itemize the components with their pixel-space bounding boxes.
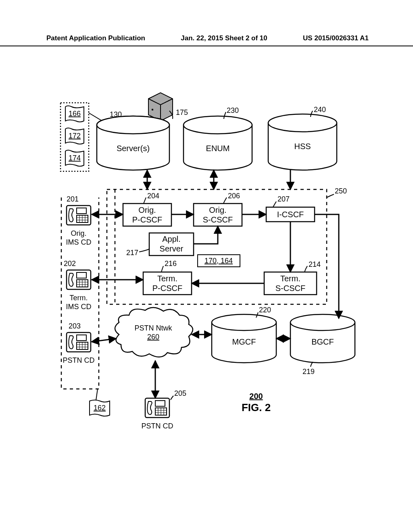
ref-230: 230 [227, 106, 239, 114]
svg-text:P-CSCF: P-CSCF [132, 215, 162, 224]
servers-label: Server(s) [117, 144, 150, 153]
ref-175: 175 [176, 108, 188, 116]
ref-205: 205 [174, 389, 186, 397]
svg-text:Term.: Term. [157, 274, 177, 283]
flag-162: 162 [90, 400, 110, 416]
svg-text:Appl.: Appl. [162, 235, 181, 243]
ref-219: 219 [302, 368, 315, 376]
page: Patent Application Publication Jan. 22, … [0, 0, 413, 532]
diagram: 166 172 174 Serv [44, 81, 359, 443]
ref-162: 162 [94, 404, 106, 412]
bgcf-label: BGCF [311, 337, 334, 346]
ref-217: 217 [126, 249, 138, 257]
svg-rect-46 [155, 401, 165, 406]
orig-imscd-l1: Orig. [71, 229, 86, 237]
pstn-ntwk-label: PSTN Ntwk [134, 324, 172, 332]
enum-label: ENUM [206, 144, 230, 153]
ref-260: 260 [147, 333, 159, 341]
phone-201 [67, 206, 91, 225]
flag-172: 172 [65, 128, 84, 144]
svg-text:Orig.: Orig. [209, 206, 226, 214]
svg-point-6 [268, 114, 337, 132]
flag-174: 174 [65, 150, 84, 166]
ref-203: 203 [69, 322, 81, 330]
hss-cylinder: HSS [268, 114, 337, 170]
pstn-cloud: PSTN Ntwk 260 [115, 308, 193, 357]
svg-line-31 [96, 389, 98, 400]
pstn-cd-205: PSTN CD [141, 422, 173, 430]
svg-text:S-CSCF: S-CSCF [203, 215, 233, 224]
ref-220: 220 [259, 306, 271, 314]
svg-point-4 [97, 116, 169, 134]
bgcf-cylinder: BGCF [290, 314, 355, 363]
enum-cylinder: ENUM [184, 116, 252, 170]
ref-202: 202 [64, 260, 76, 268]
header-center: Jan. 22, 2015 Sheet 2 of 10 [181, 34, 267, 42]
mgcf-label: MGCF [232, 337, 256, 346]
svg-point-44 [290, 314, 355, 330]
svg-rect-8 [77, 208, 86, 214]
ref-240: 240 [314, 106, 326, 114]
fig-title: FIG. 2 [242, 401, 271, 414]
header-right: US 2015/0026331 A1 [303, 34, 369, 42]
ref-174: 174 [69, 154, 81, 162]
ref-206: 206 [228, 192, 240, 200]
header-left: Patent Application Publication [46, 34, 145, 42]
server-icon [148, 93, 173, 121]
phone-203 [67, 332, 91, 352]
servers-cylinder: Server(s) [97, 116, 169, 170]
ref-166: 166 [69, 110, 81, 118]
icscf-label: I-CSCF [277, 210, 304, 219]
svg-point-43 [212, 314, 276, 330]
ref-130: 130 [110, 110, 122, 118]
ref-214: 214 [309, 260, 321, 268]
mgcf-cylinder: MGCF [212, 314, 276, 363]
term-imscd-l2: IMS CD [66, 303, 92, 311]
ref-172: 172 [69, 132, 81, 140]
svg-text:S-CSCF: S-CSCF [275, 284, 305, 293]
svg-rect-16 [77, 272, 86, 278]
svg-text:Server: Server [160, 244, 184, 253]
ref-216: 216 [165, 260, 177, 268]
ref-207: 207 [277, 195, 290, 203]
svg-text:Term.: Term. [280, 274, 300, 283]
phone-202 [67, 270, 91, 289]
hss-label: HSS [294, 142, 311, 151]
pstn-cd-l1: PSTN CD [63, 356, 94, 364]
svg-point-5 [184, 116, 252, 134]
svg-line-62 [92, 339, 116, 342]
flag-166: 166 [65, 106, 84, 122]
phone-205 [145, 398, 169, 418]
ref-170-164: 170, 164 [204, 257, 233, 265]
svg-text:P-CSCF: P-CSCF [152, 284, 182, 293]
orig-imscd-l2: IMS CD [66, 238, 92, 246]
ref-250: 250 [335, 187, 347, 195]
page-header: Patent Application Publication Jan. 22, … [0, 34, 413, 46]
fig-num: 200 [249, 392, 263, 401]
ref-201: 201 [67, 195, 79, 203]
term-imscd-l1: Term. [70, 294, 88, 302]
svg-text:Orig.: Orig. [138, 206, 156, 214]
svg-rect-24 [77, 335, 86, 341]
ref-204: 204 [147, 192, 159, 200]
svg-rect-2 [152, 109, 153, 110]
